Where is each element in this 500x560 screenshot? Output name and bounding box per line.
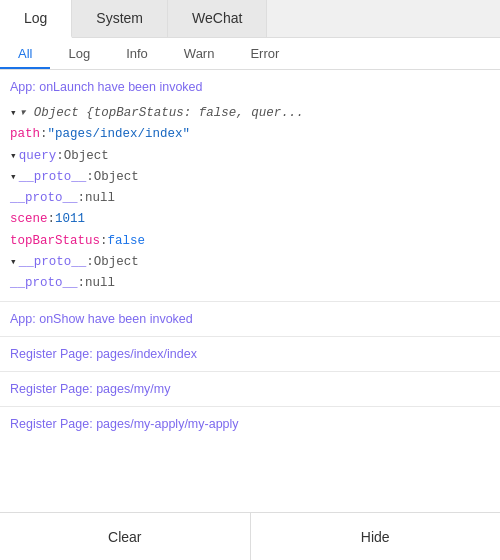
subtab-info[interactable]: Info xyxy=(108,38,166,69)
list-item: Register Page: pages/index/index xyxy=(0,341,500,367)
tab-wechat[interactable]: WeChat xyxy=(168,0,267,37)
tree-row-path: path : "pages/index/index" xyxy=(10,124,490,145)
list-item: App: onLaunch have been invoked xyxy=(0,74,500,100)
tree-row-proto-null-l3: __proto__ : null xyxy=(10,188,490,209)
hide-button[interactable]: Hide xyxy=(251,513,501,560)
subtab-error[interactable]: Error xyxy=(232,38,297,69)
tree-header: ▾ ▾ Object {topBarStatus: false, quer... xyxy=(10,103,490,124)
clear-button[interactable]: Clear xyxy=(0,513,251,560)
divider xyxy=(0,336,500,337)
bottom-bar: Clear Hide xyxy=(0,512,500,560)
object-tree-block[interactable]: ▾ ▾ Object {topBarStatus: false, quer...… xyxy=(0,100,500,297)
tree-row-proto-l1: ▾ __proto__ : Object xyxy=(10,252,490,273)
subtab-all[interactable]: All xyxy=(0,38,50,69)
tree-row-query: ▾ query : Object xyxy=(10,146,490,167)
proto-l1-arrow[interactable]: ▾ xyxy=(10,253,17,272)
list-item: Register Page: pages/my/my xyxy=(0,376,500,402)
divider xyxy=(0,371,500,372)
top-tab-bar: Log System WeChat xyxy=(0,0,500,38)
list-item: App: onShow have been invoked xyxy=(0,306,500,332)
log-content-area: App: onLaunch have been invoked ▾ ▾ Obje… xyxy=(0,70,500,512)
object-header-text: ▾ Object {topBarStatus: false, quer... xyxy=(19,103,304,124)
query-arrow[interactable]: ▾ xyxy=(10,147,17,166)
collapse-arrow[interactable]: ▾ xyxy=(10,104,17,123)
tree-row-proto-l2: ▾ __proto__ : Object xyxy=(10,167,490,188)
proto-l2-arrow[interactable]: ▾ xyxy=(10,168,17,187)
tab-system[interactable]: System xyxy=(72,0,168,37)
divider xyxy=(0,301,500,302)
tab-log[interactable]: Log xyxy=(0,0,72,38)
tree-row-topbarstatus: topBarStatus : false xyxy=(10,231,490,252)
divider xyxy=(0,406,500,407)
subtab-warn[interactable]: Warn xyxy=(166,38,233,69)
subtab-log[interactable]: Log xyxy=(50,38,108,69)
list-item: Register Page: pages/my-apply/my-apply xyxy=(0,411,500,437)
tree-row-scene: scene : 1011 xyxy=(10,209,490,230)
sub-tab-bar: All Log Info Warn Error xyxy=(0,38,500,70)
tree-row-proto-null-l2: __proto__ : null xyxy=(10,273,490,294)
